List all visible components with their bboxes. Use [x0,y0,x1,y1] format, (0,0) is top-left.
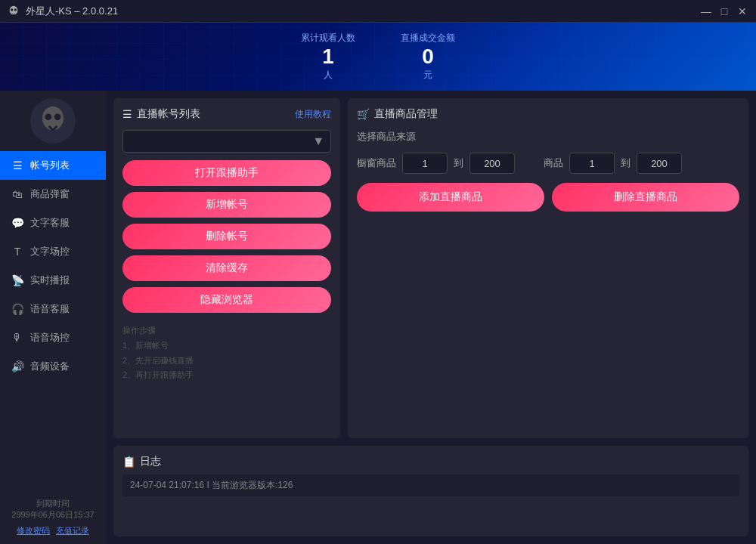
delete-product-button[interactable]: 删除直播商品 [552,183,739,212]
sidebar-item-voice-monitor[interactable]: 🎙 语音场控 [0,323,106,352]
sidebar-label-voice-monitor: 语音场控 [30,331,70,345]
svg-point-1 [11,8,13,11]
log-entry: 24-07-04 21:07:16 I 当前游览器版本:126 [122,474,739,496]
sidebar-label-voice-service: 语音客服 [30,302,70,316]
header-stats: 累计观看人数 1 人 直播成交金额 0 元 [301,32,455,82]
alien-icon [8,5,20,17]
header-banner: 累计观看人数 1 人 直播成交金额 0 元 [0,23,756,91]
title-bar-left: 外星人-KS – 2.0.0.21 [8,5,118,18]
minimize-button[interactable]: — [700,5,712,17]
avatar-icon [37,105,69,137]
sidebar-label-product-popup: 商品弹窗 [30,187,70,201]
sidebar-label-text-monitor: 文字场控 [30,245,70,258]
delete-account-button[interactable]: 删除帐号 [122,224,331,249]
account-instructions: 操作步骤 1、新增帐号 2、先开启赚钱直播 2、再打开跟播助手 [122,323,331,383]
title-bar-controls: — □ ✕ [700,5,748,17]
body: ☰ 帐号列表 🛍 商品弹窗 💬 文字客服 T 文字场控 📡 实时播报 [0,91,756,544]
sales-value: 0 [401,45,455,69]
open-helper-button[interactable]: 打开跟播助手 [122,160,331,186]
instruction-2: 2、先开启赚钱直播 [122,354,331,369]
title-bar: 外星人-KS – 2.0.0.21 — □ ✕ [0,0,756,23]
views-stat: 累计观看人数 1 人 [301,32,355,82]
source-label: 选择商品来源 [357,130,739,144]
cart-icon: 🛒 [357,108,370,120]
sidebar-item-text-service[interactable]: 💬 文字客服 [0,209,106,237]
sidebar-label-text-service: 文字客服 [30,216,70,230]
sidebar-label-account-list: 帐号列表 [30,159,70,172]
log-panel: 📋 日志 24-07-04 21:07:16 I 当前游览器版本:126 [113,446,748,536]
headphone-icon: 🎧 [11,303,24,315]
add-account-button[interactable]: 新增帐号 [122,192,331,218]
list-icon-small: ☰ [122,108,132,120]
instruction-title: 操作步骤 [122,323,331,338]
window-to-input[interactable] [469,153,515,174]
recharge-link[interactable]: 充值记录 [56,525,89,536]
clear-cache-button[interactable]: 清除缓存 [122,255,331,281]
nav-items: ☰ 帐号列表 🛍 商品弹窗 💬 文字客服 T 文字场控 📡 实时播报 [0,151,106,381]
add-product-button[interactable]: 添加直播商品 [357,183,544,212]
sidebar-label-audio-device: 音频设备 [30,360,70,373]
to-label-1: 到 [454,156,463,170]
views-unit: 人 [301,69,355,82]
sidebar-item-account-list[interactable]: ☰ 帐号列表 [0,151,106,180]
product-label: 商品 [544,156,563,170]
product-to-input[interactable] [637,153,682,174]
text-icon: T [11,246,24,258]
close-button[interactable]: ✕ [736,5,748,17]
account-dropdown[interactable]: ▼ [122,130,331,153]
top-panels: ☰ 直播帐号列表 使用教程 ▼ 打开跟播助手 新增帐号 删除帐号 清除缓存 隐藏… [113,98,748,438]
svg-point-7 [54,113,61,120]
mic-icon: 🎙 [11,332,24,344]
chevron-down-icon: ▼ [312,134,324,148]
sidebar-label-realtime-broadcast: 实时播报 [30,274,70,287]
views-value: 1 [301,45,355,69]
sidebar-footer: 到期时间 2999年06月06日15:37 修改密码 充值记录 [4,490,101,544]
instruction-1: 1、新增帐号 [122,338,331,354]
sidebar-item-text-monitor[interactable]: T 文字场控 [0,237,106,266]
avatar [30,98,76,144]
log-title: 日志 [140,455,161,468]
product-row-window: 橱窗商品 到 商品 到 [357,153,739,174]
sidebar: ☰ 帐号列表 🛍 商品弹窗 💬 文字客服 T 文字场控 📡 实时播报 [0,91,106,544]
product-from-input[interactable] [569,153,615,174]
sales-unit: 元 [401,69,455,82]
log-icon: 📋 [122,456,135,468]
sidebar-item-voice-service[interactable]: 🎧 语音客服 [0,295,106,323]
to-label-2: 到 [621,156,631,170]
sidebar-item-realtime-broadcast[interactable]: 📡 实时播报 [0,266,106,295]
chat-icon: 💬 [11,217,24,229]
window-from-input[interactable] [402,153,448,174]
sidebar-item-product-popup[interactable]: 🛍 商品弹窗 [0,180,106,209]
account-panel-header: ☰ 直播帐号列表 使用教程 [122,107,331,121]
product-panel-title: 🛒 直播商品管理 [357,107,438,121]
maximize-button[interactable]: □ [718,5,730,17]
sidebar-item-audio-device[interactable]: 🔊 音频设备 [0,352,106,381]
expiry-label: 到期时间 [11,498,94,509]
product-panel-header: 🛒 直播商品管理 [357,107,739,121]
bag-icon: 🛍 [11,188,24,200]
account-panel-title: ☰ 直播帐号列表 [122,107,200,121]
views-label: 累计观看人数 [301,32,355,45]
instruction-3: 2、再打开跟播助手 [122,368,331,383]
main-content: ☰ 直播帐号列表 使用教程 ▼ 打开跟播助手 新增帐号 删除帐号 清除缓存 隐藏… [106,91,756,544]
list-icon: ☰ [11,159,24,172]
log-header: 📋 日志 [122,455,739,468]
account-panel: ☰ 直播帐号列表 使用教程 ▼ 打开跟播助手 新增帐号 删除帐号 清除缓存 隐藏… [113,98,340,438]
tutorial-link[interactable]: 使用教程 [295,108,331,121]
sales-stat: 直播成交金额 0 元 [401,32,455,82]
broadcast-icon: 📡 [11,274,24,286]
app: 累计观看人数 1 人 直播成交金额 0 元 [0,23,756,544]
hide-browser-button[interactable]: 隐藏浏览器 [122,287,331,313]
sales-label: 直播成交金额 [401,32,455,45]
svg-point-6 [45,113,52,120]
expiry-date: 2999年06月06日15:37 [11,509,94,521]
app-title: 外星人-KS – 2.0.0.21 [26,5,118,18]
window-product-label: 橱窗商品 [357,156,396,170]
product-btn-row: 添加直播商品 删除直播商品 [357,183,739,212]
svg-point-2 [14,8,17,11]
change-password-link[interactable]: 修改密码 [17,525,50,536]
speaker-icon: 🔊 [11,360,24,372]
product-panel: 🛒 直播商品管理 选择商品来源 橱窗商品 到 商品 到 [348,98,748,438]
